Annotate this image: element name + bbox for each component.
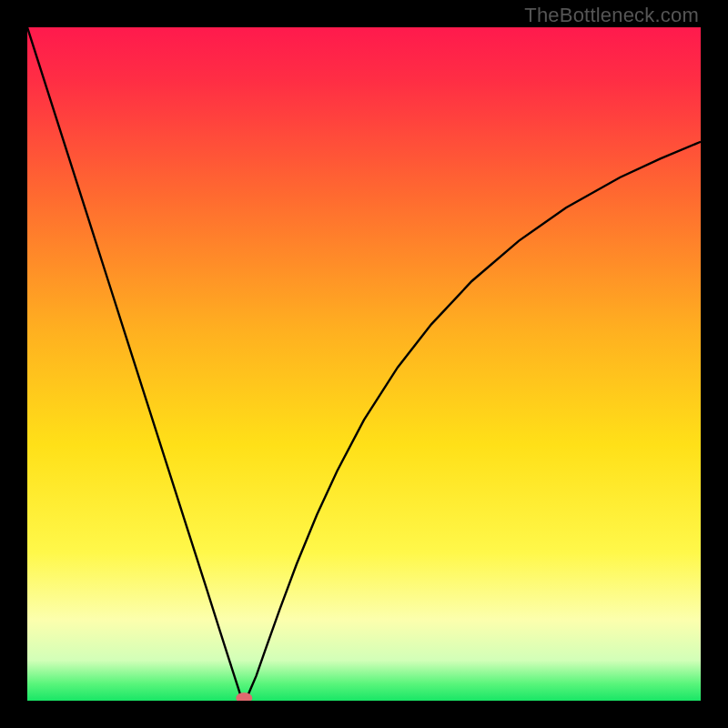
curve-layer (27, 27, 701, 701)
bottleneck-curve (27, 27, 701, 701)
chart-frame: TheBottleneck.com (0, 0, 728, 728)
minimum-marker (236, 693, 252, 701)
watermark-text: TheBottleneck.com (524, 4, 699, 27)
plot-area (27, 27, 701, 701)
